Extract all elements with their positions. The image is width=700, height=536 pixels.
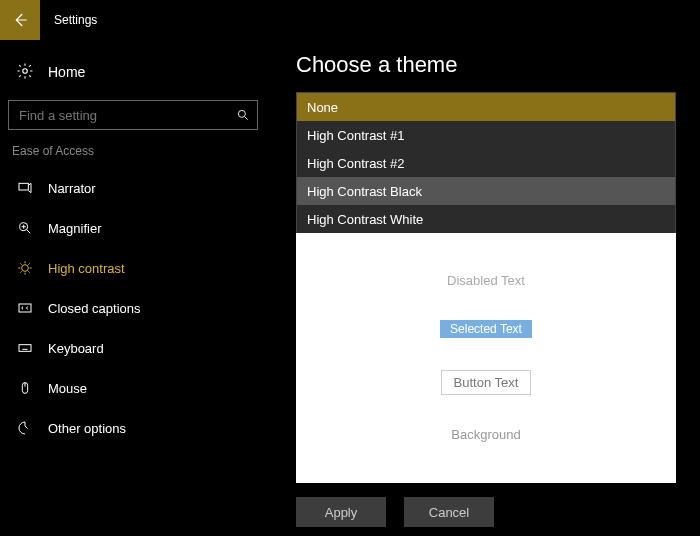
other-options-icon — [16, 420, 34, 436]
magnifier-icon — [16, 220, 34, 236]
svg-rect-9 — [19, 304, 31, 312]
apply-button[interactable]: Apply — [296, 497, 386, 527]
narrator-icon — [16, 180, 34, 196]
theme-option-none[interactable]: None — [297, 93, 675, 121]
sidebar-item-label: High contrast — [48, 261, 125, 276]
sidebar-item-label: Keyboard — [48, 341, 104, 356]
sidebar: Home Ease of Access Narrator Magnifier H… — [0, 40, 280, 536]
window-title: Settings — [54, 13, 97, 27]
theme-dropdown: None High Contrast #1 High Contrast #2 H… — [296, 92, 676, 234]
svg-line-2 — [244, 116, 247, 119]
title-bar: Settings — [0, 0, 700, 40]
sidebar-item-label: Magnifier — [48, 221, 101, 236]
mouse-icon — [16, 380, 34, 396]
sidebar-item-other-options[interactable]: Other options — [8, 408, 272, 448]
gear-icon — [16, 62, 34, 83]
search-input[interactable] — [9, 108, 229, 123]
sidebar-item-keyboard[interactable]: Keyboard — [8, 328, 272, 368]
preview-selected-text: Selected Text — [440, 320, 532, 338]
sidebar-item-high-contrast[interactable]: High contrast — [8, 248, 272, 288]
sidebar-item-label: Closed captions — [48, 301, 141, 316]
sidebar-item-closed-captions[interactable]: Closed captions — [8, 288, 272, 328]
sidebar-item-label: Narrator — [48, 181, 96, 196]
theme-preview: Disabled Text Selected Text Button Text … — [296, 233, 676, 483]
closed-captions-icon — [16, 300, 34, 316]
theme-option-hc1[interactable]: High Contrast #1 — [297, 121, 675, 149]
preview-background-text: Background — [451, 427, 520, 442]
arrow-left-icon — [11, 11, 29, 29]
svg-point-8 — [22, 265, 29, 272]
back-button[interactable] — [0, 0, 40, 40]
svg-line-5 — [27, 230, 31, 234]
svg-point-1 — [238, 110, 245, 117]
sidebar-item-label: Other options — [48, 421, 126, 436]
theme-option-hc-black[interactable]: High Contrast Black — [297, 177, 675, 205]
sidebar-item-mouse[interactable]: Mouse — [8, 368, 272, 408]
home-button[interactable]: Home — [8, 52, 272, 92]
preview-disabled-text: Disabled Text — [447, 273, 525, 288]
theme-option-hc2[interactable]: High Contrast #2 — [297, 149, 675, 177]
sidebar-item-magnifier[interactable]: Magnifier — [8, 208, 272, 248]
cancel-button[interactable]: Cancel — [404, 497, 494, 527]
content-area: Choose a theme None High Contrast #1 Hig… — [280, 40, 700, 536]
theme-option-hc-white[interactable]: High Contrast White — [297, 205, 675, 233]
svg-rect-3 — [19, 183, 28, 190]
search-icon[interactable] — [229, 108, 257, 122]
preview-button-text: Button Text — [441, 370, 532, 395]
keyboard-icon — [16, 340, 34, 356]
svg-point-0 — [23, 68, 28, 73]
sidebar-item-narrator[interactable]: Narrator — [8, 168, 272, 208]
high-contrast-icon — [16, 260, 34, 276]
page-title: Choose a theme — [296, 52, 680, 78]
sidebar-item-label: Mouse — [48, 381, 87, 396]
section-label: Ease of Access — [12, 144, 272, 158]
svg-rect-10 — [19, 345, 31, 352]
search-input-wrapper — [8, 100, 258, 130]
home-label: Home — [48, 64, 85, 80]
